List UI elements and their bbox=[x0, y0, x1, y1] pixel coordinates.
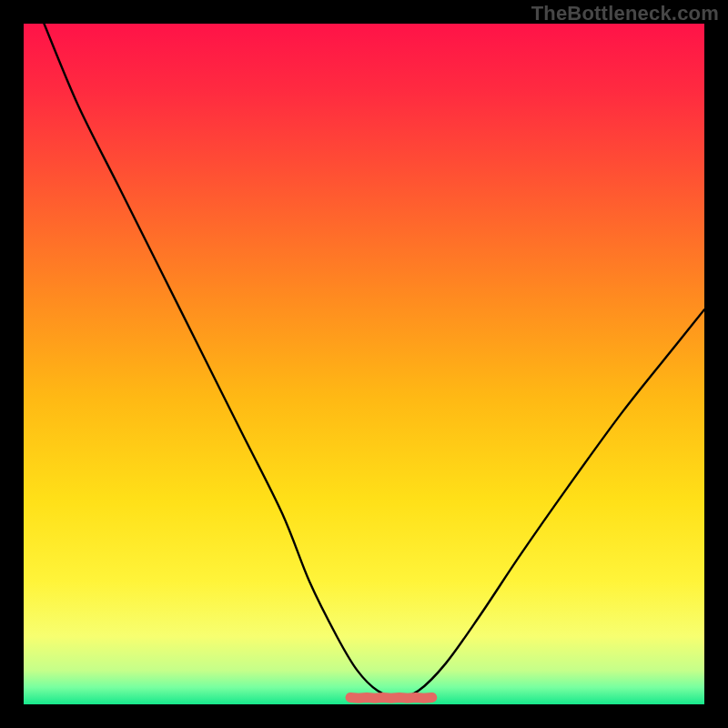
watermark-text: TheBottleneck.com bbox=[531, 2, 719, 25]
chart-frame: TheBottleneck.com bbox=[0, 0, 728, 728]
gradient-background bbox=[24, 24, 704, 704]
bottleneck-chart-svg bbox=[24, 24, 704, 704]
optimal-range-marker bbox=[350, 698, 432, 699]
plot-area bbox=[24, 24, 704, 704]
